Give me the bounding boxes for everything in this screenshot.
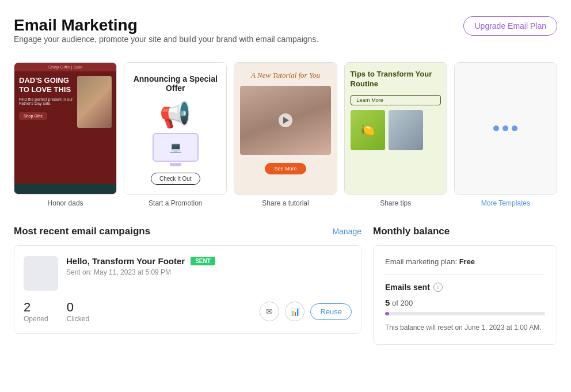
email-icon-button[interactable]: ✉ — [260, 302, 279, 321]
page-title: Email Marketing — [14, 16, 318, 35]
more-templates-dots — [493, 125, 517, 131]
template-label-start-promotion: Start a Promotion — [149, 199, 202, 207]
template-label-honor-dads: Honor dads — [48, 199, 83, 207]
card4-cta: Learn More — [351, 95, 441, 105]
reuse-button[interactable]: Reuse — [310, 303, 352, 320]
campaign-date: Sent on: May 11, 2023 at 5:09 PM — [66, 268, 352, 276]
template-label-share-tutorial: Share a tutorial — [262, 199, 309, 207]
campaign-top: Hello, Transform Your Footer SENT Sent o… — [24, 256, 352, 291]
campaign-stats: 2 Opened 0 Clicked — [24, 300, 89, 323]
opened-stat: 2 Opened — [24, 300, 48, 323]
card1-heading: DAD'S GOING TO LOVE THIS — [19, 76, 74, 94]
template-more[interactable]: More Templates — [454, 62, 557, 207]
balance-plan-label: Email marketing plan: — [385, 257, 457, 266]
template-label-more-templates[interactable]: More Templates — [481, 199, 530, 207]
template-start-promotion[interactable]: Announcing a Special Offer 📢 💻 Check It … — [124, 62, 227, 207]
campaign-status-badge: SENT — [191, 257, 215, 265]
clicked-count: 0 — [67, 300, 89, 315]
balance-plan-name: Free — [459, 257, 475, 266]
manage-link[interactable]: Manage — [332, 227, 361, 236]
card2-title: Announcing a Special Offer — [131, 74, 219, 93]
campaign-card: Hello, Transform Your Footer SENT Sent o… — [14, 245, 361, 334]
card3-cta: See More — [265, 163, 306, 174]
clicked-stat: 0 Clicked — [67, 300, 89, 323]
balance-section-title: Monthly balance — [373, 226, 450, 237]
template-honor-dads[interactable]: Shop Gifts | Sale DAD'S GOING TO LOVE TH… — [14, 62, 117, 207]
templates-row: Shop Gifts | Sale DAD'S GOING TO LOVE TH… — [14, 62, 557, 207]
balance-plan-row: Email marketing plan: Free — [385, 257, 545, 275]
card4-title: Tips to Transform Your Routine — [351, 70, 441, 89]
campaigns-section: Most recent email campaigns Manage Hello… — [14, 226, 361, 345]
emails-count: 5 of 200 — [385, 298, 545, 307]
play-button-icon — [279, 113, 292, 127]
campaign-title: Hello, Transform Your Footer — [66, 256, 185, 266]
campaign-bottom-row: 2 Opened 0 Clicked ✉ 📊 Reuse — [24, 300, 352, 323]
card1-body: Find the perfect present in our Father's… — [19, 97, 74, 105]
campaign-info: Hello, Transform Your Footer SENT Sent o… — [66, 256, 352, 276]
chart-icon-button[interactable]: 📊 — [285, 302, 304, 321]
emails-progress-bar — [385, 312, 545, 315]
bottom-section: Most recent email campaigns Manage Hello… — [14, 226, 557, 345]
page-header: Email Marketing Engage your audience, pr… — [14, 16, 557, 58]
campaigns-header: Most recent email campaigns Manage — [14, 226, 361, 237]
clicked-label: Clicked — [67, 315, 89, 323]
opened-label: Opened — [24, 315, 48, 323]
upgrade-email-plan-button[interactable]: Upgrade Email Plan — [463, 16, 557, 36]
card3-title: A New Tutorial for You — [251, 71, 320, 80]
campaign-actions: ✉ 📊 Reuse — [260, 302, 352, 321]
template-label-share-tips: Share tips — [380, 199, 411, 207]
tips-image-1: 🍋 — [351, 110, 385, 150]
balance-header: Monthly balance — [373, 226, 557, 237]
template-share-tutorial[interactable]: A New Tutorial for You See More Share a … — [234, 62, 337, 207]
emails-sent-number: 5 — [385, 298, 390, 307]
card1-topbar: Shop Gifts | Sale — [14, 63, 116, 71]
tutorial-image — [240, 86, 330, 155]
progress-bar-fill — [385, 312, 389, 315]
page-subtitle: Engage your audience, promote your site … — [14, 35, 318, 44]
card2-cta: Check It Out — [151, 173, 200, 185]
tips-image-2 — [389, 110, 423, 150]
emails-count-of: of — [392, 299, 400, 307]
balance-card: Email marketing plan: Free Emails sent i… — [373, 245, 557, 345]
balance-section: Monthly balance Email marketing plan: Fr… — [373, 226, 557, 345]
campaigns-section-title: Most recent email campaigns — [14, 226, 150, 237]
template-share-tips[interactable]: Tips to Transform Your Routine Learn Mor… — [344, 62, 447, 207]
emails-total: 200 — [400, 299, 413, 307]
info-icon[interactable]: i — [433, 283, 443, 292]
opened-count: 2 — [24, 300, 48, 315]
emails-sent-label: Emails sent — [385, 283, 430, 292]
campaign-thumbnail — [24, 256, 58, 291]
emails-sent-row: Emails sent i — [385, 283, 545, 292]
megaphone-icon: 📢 — [159, 100, 191, 130]
card1-cta: Shop Gifts — [19, 112, 47, 120]
balance-reset-note: This balance will reset on June 1, 2023 … — [385, 322, 545, 333]
